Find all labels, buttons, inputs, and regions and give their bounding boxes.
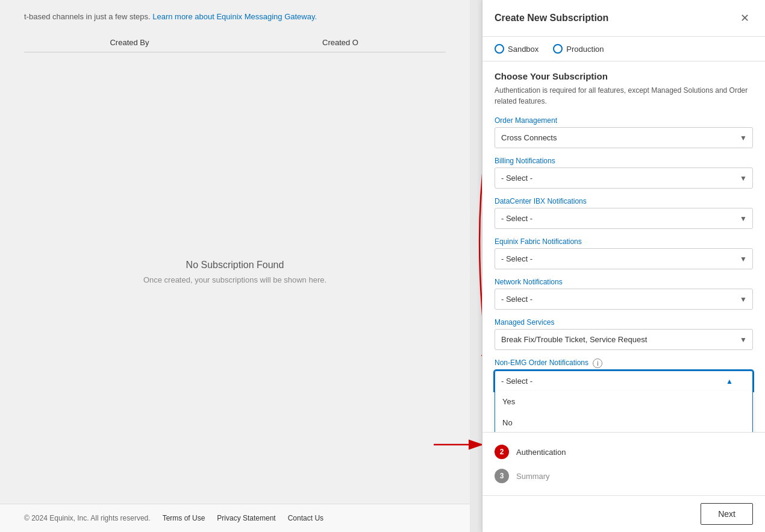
select-managed[interactable]: Break Fix/Trouble Ticket, Service Reques… [495, 329, 753, 350]
step-3-number: 3 [495, 469, 509, 483]
side-panel: Create New Subscription ✕ Sandbox Produc… [482, 0, 765, 532]
non-emg-value: - Select - [501, 377, 532, 386]
non-emg-dropdown-options: Yes No [495, 391, 753, 432]
label-billing: Billing Notifications [495, 157, 753, 165]
background-page: t-based channels in just a few steps. Le… [0, 0, 470, 532]
panel-footer: Next [482, 495, 765, 532]
radio-sandbox[interactable]: Sandbox [495, 44, 539, 54]
learn-more-link[interactable]: Learn more about Equinix Messaging Gatew… [152, 12, 317, 21]
select-wrapper-non-emg: - Select - ▲ Yes No [495, 371, 753, 391]
select-wrapper-order-management: Cross Connects ▼ [495, 127, 753, 148]
close-button[interactable]: ✕ [736, 10, 753, 27]
info-icon[interactable]: i [593, 358, 602, 368]
select-wrapper-managed: Break Fix/Trouble Ticket, Service Reques… [495, 329, 753, 350]
select-wrapper-network: - Select - ▼ [495, 289, 753, 310]
section-title: Choose Your Subscription [495, 71, 753, 81]
bg-intro-text: t-based channels in just a few steps. Le… [24, 12, 446, 21]
label-datacenter: DataCenter IBX Notifications [495, 197, 753, 205]
label-non-emg: Non-EMG Order Notifications i [495, 358, 753, 368]
empty-state: No Subscription Found Once created, your… [24, 52, 446, 492]
col-created-o: Created O [235, 38, 446, 47]
step-authentication: 2 Authentication [495, 440, 753, 464]
form-group-managed: Managed Services Break Fix/Trouble Ticke… [495, 318, 753, 350]
radio-production[interactable]: Production [553, 44, 604, 54]
radio-production-circle [553, 44, 563, 54]
select-fabric[interactable]: - Select - [495, 248, 753, 269]
radio-sandbox-circle [495, 44, 504, 54]
panel-body: Choose Your Subscription Authentication … [482, 61, 765, 432]
panel-header: Create New Subscription ✕ [482, 0, 765, 37]
form-group-billing: Billing Notifications - Select - ▼ [495, 157, 753, 189]
step-2-number: 2 [495, 445, 509, 459]
terms-link[interactable]: Terms of Use [163, 514, 205, 522]
form-group-fabric: Equinix Fabric Notifications - Select - … [495, 237, 753, 269]
select-datacenter[interactable]: - Select - [495, 208, 753, 229]
radio-row: Sandbox Production [482, 37, 765, 61]
privacy-link[interactable]: Privacy Statement [217, 514, 275, 522]
select-wrapper-datacenter: - Select - ▼ [495, 208, 753, 229]
step-authentication-label: Authentication [516, 448, 566, 457]
select-order-management[interactable]: Cross Connects [495, 127, 753, 148]
label-fabric: Equinix Fabric Notifications [495, 237, 753, 246]
label-order-management: Order Management [495, 116, 753, 125]
select-billing[interactable]: - Select - [495, 167, 753, 189]
empty-state-heading: No Subscription Found [186, 260, 284, 271]
select-wrapper-billing: - Select - ▼ [495, 167, 753, 189]
select-wrapper-fabric: - Select - ▼ [495, 248, 753, 269]
radio-production-label: Production [566, 45, 604, 54]
chevron-up-icon: ▲ [726, 377, 733, 386]
step-summary: 3 Summary [495, 464, 753, 488]
non-emg-option-yes[interactable]: Yes [495, 391, 752, 412]
step-summary-label: Summary [516, 472, 550, 481]
form-group-network: Network Notifications - Select - ▼ [495, 278, 753, 310]
copyright: © 2024 Equinix, Inc. All rights reserved… [24, 514, 151, 522]
label-managed: Managed Services [495, 318, 753, 327]
form-group-non-emg: Non-EMG Order Notifications i - Select -… [495, 358, 753, 391]
section-desc: Authentication is required for all featu… [495, 85, 753, 107]
table-header: Created By Created O [24, 33, 446, 52]
footer: © 2024 Equinix, Inc. All rights reserved… [0, 504, 470, 532]
next-button[interactable]: Next [701, 503, 753, 525]
form-group-datacenter: DataCenter IBX Notifications - Select - … [495, 197, 753, 229]
select-network[interactable]: - Select - [495, 289, 753, 310]
select-non-emg[interactable]: - Select - ▲ [495, 371, 753, 391]
radio-sandbox-label: Sandbox [508, 45, 539, 54]
panel-title: Create New Subscription [495, 13, 608, 23]
contact-link[interactable]: Contact Us [288, 514, 323, 522]
subscription-section: Choose Your Subscription Authentication … [495, 71, 753, 107]
steps-section: 2 Authentication 3 Summary [482, 432, 765, 495]
label-network: Network Notifications [495, 278, 753, 286]
empty-state-description: Once created, your subscriptions will be… [143, 275, 326, 284]
col-created-by: Created By [24, 38, 235, 47]
form-group-order-management: Order Management Cross Connects ▼ [495, 116, 753, 148]
non-emg-option-no[interactable]: No [495, 412, 752, 432]
